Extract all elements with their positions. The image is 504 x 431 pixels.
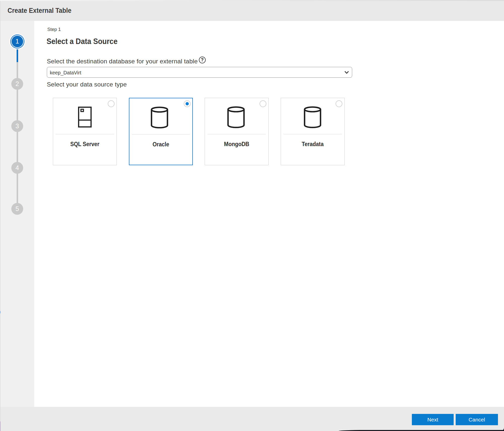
page-title: Select a Data Source xyxy=(47,36,118,46)
destination-database-value: keep_DataVirt xyxy=(50,68,81,78)
radio-unselected-icon[interactable] xyxy=(108,100,115,107)
stepper-step-4[interactable]: 4 xyxy=(11,162,23,174)
cancel-button[interactable]: Cancel xyxy=(456,414,498,425)
card-divider xyxy=(132,134,190,135)
question-mark-circle-icon[interactable]: ? xyxy=(199,57,206,63)
chevron-down-icon xyxy=(345,71,349,74)
source-type-card-label: SQL Server xyxy=(57,140,113,148)
source-type-card-oracle[interactable]: Oracle xyxy=(129,98,193,165)
stepper-step-1[interactable]: 1 xyxy=(12,36,23,47)
source-type-card-teradata[interactable]: Teradata xyxy=(281,98,345,165)
wizard-page-content xyxy=(34,21,504,407)
stepper-step-5[interactable]: 5 xyxy=(11,203,23,215)
dialog-titlebar: Create External Table xyxy=(1,0,504,21)
next-button[interactable]: Next xyxy=(412,414,454,425)
database-icon xyxy=(205,106,268,129)
card-divider xyxy=(56,134,114,135)
database-icon xyxy=(281,106,344,129)
source-type-card-label: MongoDB xyxy=(208,140,265,148)
stepper-step-3[interactable]: 3 xyxy=(11,120,23,132)
source-type-card-label: Oracle xyxy=(133,141,189,148)
destination-database-select[interactable]: keep_DataVirt xyxy=(47,67,352,78)
card-divider xyxy=(207,134,266,135)
source-type-card-sql-server[interactable]: SQL Server xyxy=(53,98,117,165)
stepper-step-2[interactable]: 2 xyxy=(11,78,23,90)
radio-selected-icon[interactable] xyxy=(184,100,191,107)
dialog-title: Create External Table xyxy=(8,0,71,21)
window-edge-top xyxy=(0,0,504,1)
source-type-card-label: Teradata xyxy=(284,140,341,148)
source-type-label: Select your data source type xyxy=(47,81,127,88)
sql-server-icon xyxy=(53,107,117,128)
source-type-card-mongodb[interactable]: MongoDB xyxy=(205,98,269,165)
destination-database-label: Select the destination database for your… xyxy=(47,58,198,65)
card-divider xyxy=(283,134,342,135)
window-edge-bottom-dark xyxy=(339,430,504,431)
step-label: Step 1 xyxy=(47,26,61,32)
database-icon xyxy=(129,107,192,130)
